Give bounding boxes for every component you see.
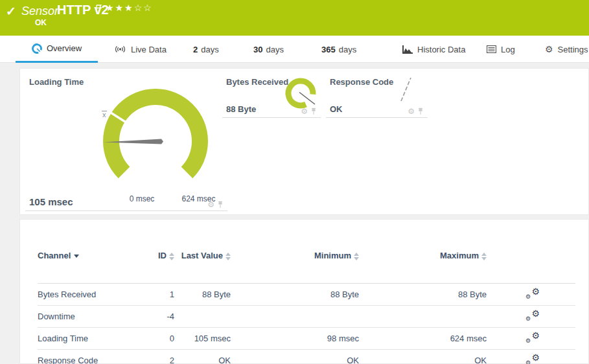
sort-icon — [225, 253, 231, 260]
channel-id: -4 — [135, 312, 174, 321]
channel-last-value: 88 Byte — [226, 104, 256, 114]
gauges-card: Loading Time x 0 msec 624 msec 105 msec … — [19, 68, 589, 215]
table-row: Bytes Received 1 88 Byte 88 Byte 88 Byte… — [38, 284, 575, 306]
historic-chart-icon — [402, 45, 413, 54]
channel-name[interactable]: Downtime — [38, 312, 135, 321]
tab-historic-data[interactable]: Historic Data — [402, 36, 465, 63]
tab-number: 365 — [321, 45, 336, 54]
column-header-channel[interactable]: Channel — [38, 251, 135, 260]
channel-last-value: 105 msec — [174, 334, 231, 343]
channel-name[interactable]: Response Code — [38, 356, 135, 364]
channel-maximum: 88 Byte — [359, 290, 487, 299]
channel-id: 0 — [135, 334, 174, 343]
pin-gauge-icon[interactable] — [310, 108, 317, 115]
tab-label: Live Data — [131, 45, 167, 54]
channel-settings-gear-icon[interactable]: ⚙ — [408, 108, 415, 115]
gauge-needle — [401, 78, 411, 101]
tab-overview[interactable]: Overview — [16, 36, 98, 63]
tab-number: 2 — [193, 45, 198, 54]
gauge-icon — [32, 43, 42, 54]
table-row: Response Code 2 OK OK OK ⚙⚙ — [38, 350, 575, 364]
panel-title: Response Code — [330, 77, 393, 87]
panel-title: Loading Time — [29, 77, 84, 87]
gauge-panel-bytes-received: Bytes Received 88 Byte ⚙ — [222, 74, 321, 118]
loading-time-gauge — [98, 82, 221, 195]
table-row: Downtime -4 ⚙⚙ — [38, 306, 575, 328]
channel-minimum: 88 Byte — [231, 290, 359, 299]
response-code-gauge — [396, 74, 422, 105]
channel-last-value: 105 msec — [29, 196, 73, 207]
tab-label: Overview — [47, 43, 82, 53]
channel-name[interactable]: Bytes Received — [38, 290, 135, 299]
sort-icon — [169, 253, 174, 260]
tab-live-data[interactable]: Live Data — [114, 36, 167, 63]
bytes-received-gauge — [283, 75, 319, 111]
status-up-check-icon: ✓ — [6, 4, 16, 19]
sort-icon — [481, 253, 487, 260]
column-header-maximum[interactable]: Maximum — [359, 251, 487, 260]
sort-icon — [354, 253, 359, 260]
channel-maximum: OK — [359, 356, 487, 364]
tab-30-days[interactable]: 30 days — [253, 36, 284, 63]
column-header-id[interactable]: ID — [135, 251, 174, 260]
edit-channel-gears-icon[interactable]: ⚙⚙ — [525, 332, 540, 343]
prtg-sensor-page: ✓ Sensor HTTP v2 ★★★☆☆ OK Overview Live … — [0, 0, 589, 364]
channel-last-value: OK — [174, 356, 231, 364]
channel-maximum: 624 msec — [359, 334, 487, 343]
channel-last-value: 88 Byte — [174, 290, 231, 299]
tab-label: days — [339, 45, 356, 54]
log-list-icon — [487, 45, 496, 53]
sensor-header: ✓ Sensor HTTP v2 ★★★☆☆ OK — [0, 0, 589, 36]
channel-minimum: 98 msec — [231, 334, 359, 343]
gauge-scale-min: 0 msec — [116, 194, 168, 203]
channel-id: 2 — [135, 356, 174, 364]
tab-number: 30 — [253, 45, 262, 54]
channel-settings-gear-icon[interactable]: ⚙ — [301, 108, 308, 115]
edit-channel-gears-icon[interactable]: ⚙⚙ — [525, 310, 540, 321]
tab-label: Log — [501, 45, 515, 54]
table-row: Loading Time 0 105 msec 98 msec 624 msec… — [38, 328, 575, 350]
settings-gear-icon: ⚙ — [545, 45, 553, 54]
gauge-panel-response-code: Response Code OK ⚙ — [326, 74, 428, 118]
tab-label: days — [201, 45, 218, 54]
channel-name[interactable]: Loading Time — [38, 334, 135, 343]
column-header-last-value[interactable]: Last Value — [174, 251, 231, 260]
table-header-row: Channel ID Last Value Minimum Maximum — [38, 245, 575, 284]
panel-title: Bytes Received — [226, 77, 288, 87]
tab-label: Historic Data — [417, 45, 465, 54]
tab-settings[interactable]: ⚙ Settings — [545, 36, 588, 63]
channels-card: Channel ID Last Value Minimum Maximum By… — [19, 219, 589, 364]
priority-stars[interactable]: ★★★☆☆ — [106, 3, 153, 13]
channels-table: Channel ID Last Value Minimum Maximum By… — [38, 245, 575, 364]
channel-settings-gear-icon[interactable]: ⚙ — [207, 201, 214, 209]
tab-bar: Overview Live Data 2 days 30 days 365 da… — [0, 36, 589, 63]
sort-desc-icon — [74, 255, 79, 258]
average-marker: x — [102, 111, 107, 119]
channel-minimum: OK — [231, 356, 359, 364]
sensor-status-badge: OK — [35, 18, 47, 27]
tab-log[interactable]: Log — [487, 36, 515, 63]
edit-channel-gears-icon[interactable]: ⚙⚙ — [525, 354, 540, 364]
tab-label: days — [266, 45, 283, 54]
pin-gauge-icon[interactable] — [217, 201, 224, 209]
column-header-minimum[interactable]: Minimum — [231, 251, 359, 260]
live-signal-icon — [114, 45, 126, 54]
gauge-panel-loading-time: Loading Time x 0 msec 624 msec 105 msec … — [25, 74, 227, 211]
tab-label: Settings — [558, 45, 588, 54]
edit-channel-gears-icon[interactable]: ⚙⚙ — [525, 288, 540, 299]
tab-2-days[interactable]: 2 days — [193, 36, 219, 63]
tab-365-days[interactable]: 365 days — [321, 36, 356, 63]
channel-id: 1 — [135, 290, 174, 299]
priority-flag-icon[interactable] — [96, 3, 102, 15]
sensor-type-label: Sensor — [21, 5, 58, 18]
pin-gauge-icon[interactable] — [417, 108, 424, 115]
channel-last-value: OK — [330, 104, 343, 114]
